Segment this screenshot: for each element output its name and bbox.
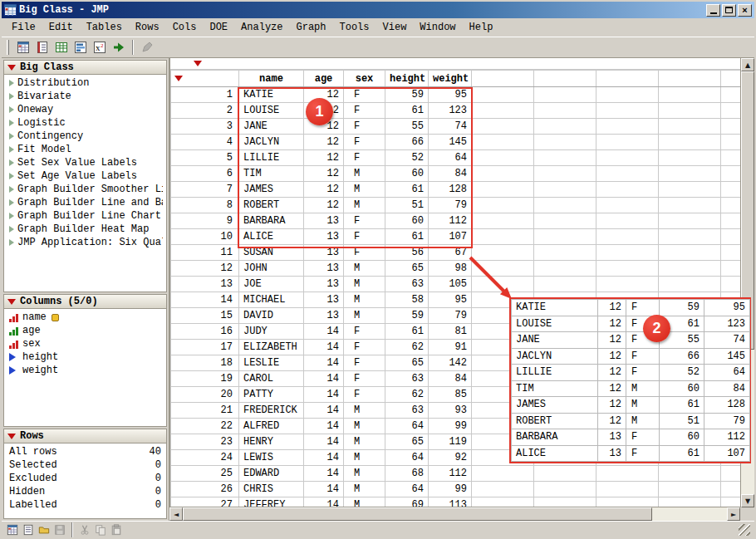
empty-cell[interactable] xyxy=(721,371,741,387)
data-grid-icon[interactable] xyxy=(53,40,70,55)
data-cell[interactable]: JAMES xyxy=(239,182,304,198)
data-cell[interactable]: JACLYN xyxy=(239,135,304,150)
data-cell[interactable]: F xyxy=(344,119,385,135)
empty-cell[interactable] xyxy=(472,434,534,450)
empty-cell[interactable] xyxy=(596,166,659,182)
save-icon[interactable] xyxy=(53,523,66,536)
empty-cell[interactable] xyxy=(472,182,534,198)
row-number-cell[interactable]: 12 xyxy=(171,261,239,277)
data-cell[interactable]: M xyxy=(344,261,385,277)
script-item[interactable]: Graph Builder Line and Bar Chart xyxy=(4,196,166,209)
empty-cell[interactable] xyxy=(472,466,534,482)
empty-cell[interactable] xyxy=(659,340,721,355)
data-cell[interactable]: 64 xyxy=(385,450,429,466)
empty-cell[interactable] xyxy=(472,261,534,277)
data-cell[interactable]: 61 xyxy=(385,229,429,245)
menu-item-view[interactable]: View xyxy=(376,20,414,35)
row-number-cell[interactable]: 21 xyxy=(171,403,239,419)
script-item[interactable]: Graph Builder Line Chart xyxy=(4,209,166,223)
new-data-table-icon[interactable] xyxy=(15,40,32,55)
data-cell[interactable]: 65 xyxy=(385,355,429,371)
empty-cell[interactable] xyxy=(659,150,721,166)
row-number-cell[interactable]: 9 xyxy=(171,213,239,229)
menu-item-tables[interactable]: Tables xyxy=(80,20,129,35)
empty-cell[interactable] xyxy=(472,497,534,507)
data-cell[interactable]: 14 xyxy=(304,497,344,507)
data-cell[interactable]: 13 xyxy=(304,277,344,292)
data-cell[interactable]: JANE xyxy=(239,119,304,135)
empty-cell[interactable] xyxy=(472,371,534,387)
data-cell[interactable]: 14 xyxy=(304,371,344,387)
data-cell[interactable]: 85 xyxy=(429,387,472,403)
empty-cell[interactable] xyxy=(596,103,659,119)
empty-cell[interactable] xyxy=(659,166,721,182)
data-cell[interactable]: 113 xyxy=(429,497,472,507)
empty-cell[interactable] xyxy=(534,135,596,150)
row-number-cell[interactable]: 16 xyxy=(171,324,239,340)
data-cell[interactable]: M xyxy=(344,419,385,434)
data-cell[interactable]: 13 xyxy=(304,261,344,277)
data-cell[interactable]: 13 xyxy=(304,213,344,229)
cut-icon[interactable] xyxy=(78,523,91,536)
empty-cell[interactable] xyxy=(721,324,741,340)
empty-cell[interactable] xyxy=(659,450,721,466)
data-cell[interactable]: M xyxy=(344,308,385,324)
empty-cell[interactable] xyxy=(596,277,659,292)
column-item-height[interactable]: height xyxy=(4,350,166,364)
empty-cell[interactable] xyxy=(596,355,659,371)
row-number-cell[interactable]: 14 xyxy=(171,292,239,308)
data-cell[interactable]: 62 xyxy=(385,340,429,355)
row-number-cell[interactable]: 4 xyxy=(171,135,239,150)
data-cell[interactable]: 119 xyxy=(429,434,472,450)
data-cell[interactable]: M xyxy=(344,277,385,292)
empty-cell[interactable] xyxy=(721,403,741,419)
empty-cell[interactable] xyxy=(596,245,659,261)
data-cell[interactable]: 12 xyxy=(304,182,344,198)
empty-cell[interactable] xyxy=(721,198,741,213)
script-item[interactable]: Distribution xyxy=(4,76,166,90)
empty-cell[interactable] xyxy=(534,403,596,419)
empty-column-header[interactable] xyxy=(659,71,721,87)
script-item[interactable]: Bivariate xyxy=(4,90,166,103)
empty-cell[interactable] xyxy=(596,229,659,245)
data-cell[interactable]: 59 xyxy=(385,87,429,103)
empty-cell[interactable] xyxy=(534,198,596,213)
empty-cell[interactable] xyxy=(472,482,534,497)
data-cell[interactable]: 79 xyxy=(429,198,472,213)
data-cell[interactable]: M xyxy=(344,403,385,419)
data-cell[interactable]: F xyxy=(344,229,385,245)
data-cell[interactable]: 14 xyxy=(304,403,344,419)
data-cell[interactable]: F xyxy=(344,135,385,150)
row-number-cell[interactable]: 18 xyxy=(171,355,239,371)
toolbar-grip[interactable] xyxy=(7,40,9,55)
empty-cell[interactable] xyxy=(721,308,741,324)
menu-item-tools[interactable]: Tools xyxy=(333,20,376,35)
data-cell[interactable]: 59 xyxy=(385,308,429,324)
empty-cell[interactable] xyxy=(721,497,741,507)
menu-item-cols[interactable]: Cols xyxy=(166,20,204,35)
data-cell[interactable]: JUDY xyxy=(239,324,304,340)
script-item[interactable]: Logistic xyxy=(4,116,166,130)
column-header-name[interactable]: name xyxy=(239,71,304,87)
data-cell[interactable]: 56 xyxy=(385,245,429,261)
data-cell[interactable]: M xyxy=(344,198,385,213)
vertical-scroll-thumb[interactable] xyxy=(741,71,754,350)
empty-cell[interactable] xyxy=(534,497,596,507)
empty-cell[interactable] xyxy=(721,277,741,292)
column-item-sex[interactable]: sex xyxy=(4,337,166,350)
column-item-age[interactable]: age xyxy=(4,324,166,337)
empty-cell[interactable] xyxy=(596,292,659,308)
data-cell[interactable]: HENRY xyxy=(239,434,304,450)
empty-cell[interactable] xyxy=(659,292,721,308)
empty-cell[interactable] xyxy=(472,135,534,150)
data-cell[interactable]: 12 xyxy=(304,135,344,150)
empty-cell[interactable] xyxy=(659,198,721,213)
data-cell[interactable]: 14 xyxy=(304,340,344,355)
empty-cell[interactable] xyxy=(596,324,659,340)
data-cell[interactable]: 14 xyxy=(304,434,344,450)
empty-cell[interactable] xyxy=(659,182,721,198)
row-number-cell[interactable]: 20 xyxy=(171,387,239,403)
empty-cell[interactable] xyxy=(534,166,596,182)
data-cell[interactable]: LESLIE xyxy=(239,355,304,371)
data-cell[interactable]: 145 xyxy=(429,135,472,150)
